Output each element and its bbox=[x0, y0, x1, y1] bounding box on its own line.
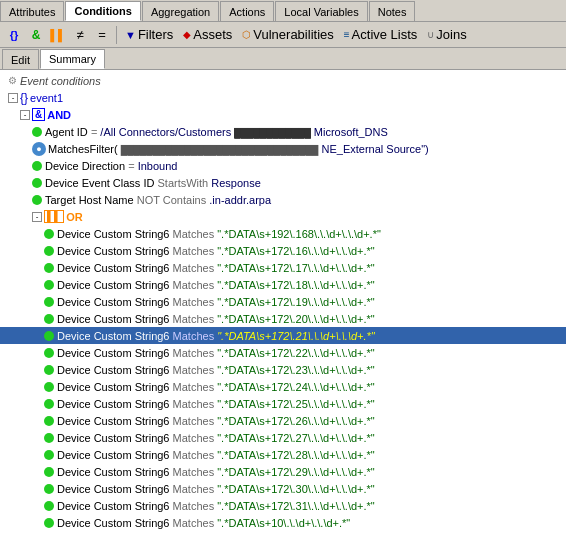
green-dot-2 bbox=[44, 246, 54, 256]
green-dot-6 bbox=[44, 314, 54, 324]
green-dot-7 bbox=[44, 331, 54, 341]
cs6-row-3[interactable]: Device Custom String6 Matches ".*DATA\s+… bbox=[0, 259, 566, 276]
green-dot-dir bbox=[32, 161, 42, 171]
filters-btn[interactable]: ▼ Filters bbox=[121, 25, 177, 45]
target-host-condition[interactable]: Target Host Name NOT Contains .in-addr.a… bbox=[0, 191, 566, 208]
cs6-text-10: Device Custom String6 Matches ".*DATA\s+… bbox=[57, 381, 375, 393]
device-direction-condition[interactable]: Device Direction = Inbound bbox=[0, 157, 566, 174]
cs6-text-6: Device Custom String6 Matches ".*DATA\s+… bbox=[57, 313, 375, 325]
joins-btn[interactable]: ∪ Joins bbox=[423, 25, 470, 45]
cs6-row-5[interactable]: Device Custom String6 Matches ".*DATA\s+… bbox=[0, 293, 566, 310]
cs6-row-7[interactable]: Device Custom String6 Matches ".*DATA\s+… bbox=[0, 327, 566, 344]
cs6-row-13[interactable]: Device Custom String6 Matches ".*DATA\s+… bbox=[0, 429, 566, 446]
pause-btn[interactable]: ▌▌ bbox=[48, 25, 68, 45]
code-icon-btn[interactable]: {} bbox=[4, 25, 24, 45]
joins-label: Joins bbox=[436, 27, 466, 42]
green-dot-10 bbox=[44, 382, 54, 392]
cs6-row-11[interactable]: Device Custom String6 Matches ".*DATA\s+… bbox=[0, 395, 566, 412]
event1-node[interactable]: - {} event1 bbox=[0, 89, 566, 106]
green-dot-3 bbox=[44, 263, 54, 273]
cs6-row-4[interactable]: Device Custom String6 Matches ".*DATA\s+… bbox=[0, 276, 566, 293]
device-direction-text: Device Direction = Inbound bbox=[45, 160, 177, 172]
vulnerabilities-btn[interactable]: ⬡ Vulnerabilities bbox=[238, 25, 337, 45]
vuln-label: Vulnerabilities bbox=[253, 27, 333, 42]
green-dot-16 bbox=[44, 484, 54, 494]
green-dot-agent bbox=[32, 127, 42, 137]
equal-btn[interactable]: = bbox=[92, 25, 112, 45]
assets-label: Assets bbox=[193, 27, 232, 42]
green-dot-13 bbox=[44, 433, 54, 443]
assets-btn[interactable]: ◆ Assets bbox=[179, 25, 236, 45]
and-expand-icon[interactable]: - bbox=[20, 110, 30, 120]
cs6-row-2[interactable]: Device Custom String6 Matches ".*DATA\s+… bbox=[0, 242, 566, 259]
tab-edit[interactable]: Edit bbox=[2, 49, 39, 69]
cs6-row-16[interactable]: Device Custom String6 Matches ".*DATA\s+… bbox=[0, 480, 566, 497]
device-event-class-text: Device Event Class ID StartsWith Respons… bbox=[45, 177, 261, 189]
green-dot-5 bbox=[44, 297, 54, 307]
active-lists-label: Active Lists bbox=[352, 27, 418, 42]
device-event-class-condition[interactable]: Device Event Class ID StartsWith Respons… bbox=[0, 174, 566, 191]
and-btn[interactable]: & bbox=[26, 25, 46, 45]
joins-icon: ∪ bbox=[427, 29, 434, 40]
event-conditions-header: ⚙ Event conditions bbox=[0, 72, 566, 89]
content-area: ⚙ Event conditions - {} event1 - & AND A… bbox=[0, 70, 566, 537]
tab-aggregation[interactable]: Aggregation bbox=[142, 1, 219, 21]
cs6-row-12[interactable]: Device Custom String6 Matches ".*DATA\s+… bbox=[0, 412, 566, 429]
cs6-row-18[interactable]: Device Custom String6 Matches ".*DATA\s+… bbox=[0, 514, 566, 531]
cs6-row-9[interactable]: Device Custom String6 Matches ".*DATA\s+… bbox=[0, 361, 566, 378]
tab-notes[interactable]: Notes bbox=[369, 1, 416, 21]
active-lists-btn[interactable]: ≡ Active Lists bbox=[340, 25, 422, 45]
vuln-icon: ⬡ bbox=[242, 29, 251, 40]
cs6-text-17: Device Custom String6 Matches ".*DATA\s+… bbox=[57, 500, 375, 512]
matches-filter-condition[interactable]: ● MatchesFilter( ███████████████████████… bbox=[0, 140, 566, 157]
not-equal-btn[interactable]: ≠ bbox=[70, 25, 90, 45]
green-dot-12 bbox=[44, 416, 54, 426]
green-dot-9 bbox=[44, 365, 54, 375]
active-lists-icon: ≡ bbox=[344, 29, 350, 40]
and-icon: & bbox=[32, 108, 45, 121]
tab-summary[interactable]: Summary bbox=[40, 49, 105, 69]
agent-id-condition[interactable]: Agent ID = /All Connectors/Customers ███… bbox=[0, 123, 566, 140]
green-dot-17 bbox=[44, 501, 54, 511]
or-node[interactable]: - ▌▌ OR bbox=[0, 208, 566, 225]
event1-label: event1 bbox=[30, 92, 63, 104]
tree-container: ⚙ Event conditions - {} event1 - & AND A… bbox=[0, 70, 566, 533]
event1-expand-icon[interactable]: - bbox=[8, 93, 18, 103]
filter-icon: ▼ bbox=[125, 29, 136, 41]
green-dot-event bbox=[32, 178, 42, 188]
green-dot-18 bbox=[44, 518, 54, 528]
tab-conditions[interactable]: Conditions bbox=[65, 1, 140, 21]
cs6-text-12: Device Custom String6 Matches ".*DATA\s+… bbox=[57, 415, 375, 427]
cs6-text-3: Device Custom String6 Matches ".*DATA\s+… bbox=[57, 262, 375, 274]
and-label: AND bbox=[47, 109, 71, 121]
and-node[interactable]: - & AND bbox=[0, 106, 566, 123]
or-expand-icon[interactable]: - bbox=[32, 212, 42, 222]
green-dot-1 bbox=[44, 229, 54, 239]
matches-filter-text: MatchesFilter( █████████████████████████… bbox=[48, 143, 429, 155]
cs6-row-17[interactable]: Device Custom String6 Matches ".*DATA\s+… bbox=[0, 497, 566, 514]
cs6-text-1: Device Custom String6 Matches ".*DATA\s+… bbox=[57, 228, 381, 240]
cs6-row-10[interactable]: Device Custom String6 Matches ".*DATA\s+… bbox=[0, 378, 566, 395]
tab-actions[interactable]: Actions bbox=[220, 1, 274, 21]
cs6-text-2: Device Custom String6 Matches ".*DATA\s+… bbox=[57, 245, 375, 257]
cs6-text-7: Device Custom String6 Matches ".*DATA\s+… bbox=[57, 330, 375, 342]
green-dot-4 bbox=[44, 280, 54, 290]
cs6-row-6[interactable]: Device Custom String6 Matches ".*DATA\s+… bbox=[0, 310, 566, 327]
event-conditions-label: Event conditions bbox=[20, 75, 101, 87]
cs6-text-18: Device Custom String6 Matches ".*DATA\s+… bbox=[57, 517, 350, 529]
tab-local-variables[interactable]: Local Variables bbox=[275, 1, 367, 21]
cs6-row-15[interactable]: Device Custom String6 Matches ".*DATA\s+… bbox=[0, 463, 566, 480]
cs6-row-8[interactable]: Device Custom String6 Matches ".*DATA\s+… bbox=[0, 344, 566, 361]
toolbar: {} & ▌▌ ≠ = ▼ Filters ◆ Assets ⬡ Vulnera… bbox=[0, 22, 566, 48]
cs6-row-14[interactable]: Device Custom String6 Matches ".*DATA\s+… bbox=[0, 446, 566, 463]
cs6-text-4: Device Custom String6 Matches ".*DATA\s+… bbox=[57, 279, 375, 291]
green-dot-8 bbox=[44, 348, 54, 358]
event-icon: {} bbox=[20, 91, 28, 105]
assets-icon: ◆ bbox=[183, 29, 191, 40]
top-tab-bar: Attributes Conditions Aggregation Action… bbox=[0, 0, 566, 22]
filter-icon: ● bbox=[32, 142, 46, 156]
green-dot-11 bbox=[44, 399, 54, 409]
tab-attributes[interactable]: Attributes bbox=[0, 1, 64, 21]
cs6-row-1[interactable]: Device Custom String6 Matches ".*DATA\s+… bbox=[0, 225, 566, 242]
target-host-text: Target Host Name NOT Contains .in-addr.a… bbox=[45, 194, 271, 206]
